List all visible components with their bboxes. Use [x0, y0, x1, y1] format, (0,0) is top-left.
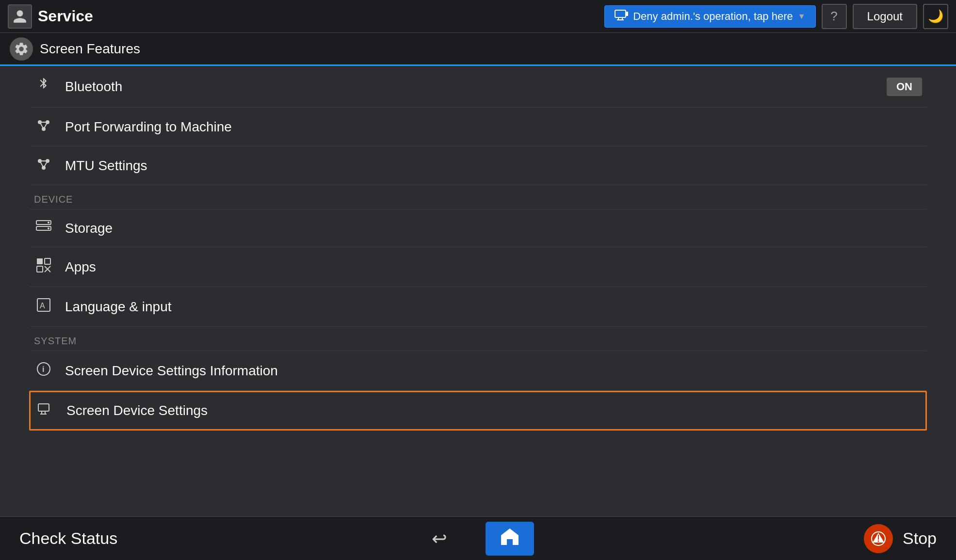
user-icon: [8, 4, 32, 29]
help-button[interactable]: ?: [822, 4, 847, 29]
home-button[interactable]: [486, 522, 534, 556]
screen-device-info-item[interactable]: i Screen Device Settings Information: [29, 351, 927, 391]
check-status-button[interactable]: Check Status: [0, 529, 165, 548]
language-icon: A: [34, 298, 53, 316]
info-circle-icon: i: [34, 362, 53, 380]
mtu-icon: [34, 157, 53, 174]
section-title: Screen Features: [40, 41, 140, 57]
page-title: Service: [38, 7, 93, 25]
svg-line-15: [44, 161, 48, 168]
svg-rect-28: [38, 404, 49, 411]
svg-rect-0: [615, 10, 626, 17]
apps-label: Apps: [65, 259, 96, 275]
main-content: Bluetooth ON Port Forwarding to Machine: [0, 66, 956, 516]
top-header: Service Deny admin.'s operation, tap her…: [0, 0, 956, 33]
svg-point-19: [48, 222, 49, 224]
port-forwarding-item[interactable]: Port Forwarding to Machine: [29, 108, 927, 146]
svg-point-20: [48, 227, 49, 229]
screen-device-settings-item[interactable]: Screen Device Settings: [29, 391, 927, 431]
stop-label: Stop: [903, 529, 937, 548]
bluetooth-label: Bluetooth: [65, 79, 122, 95]
bluetooth-item[interactable]: Bluetooth ON: [29, 66, 927, 108]
logout-button[interactable]: Logout: [853, 4, 917, 29]
device-section-divider: DEVICE: [29, 185, 927, 209]
svg-line-9: [44, 122, 48, 129]
bottom-bar: Check Status ↩ Stop: [0, 516, 956, 560]
stop-icon-button[interactable]: [864, 524, 893, 553]
network-icon: [34, 118, 53, 135]
bluetooth-toggle[interactable]: ON: [887, 78, 922, 96]
svg-rect-23: [37, 266, 43, 272]
svg-rect-21: [37, 258, 43, 264]
back-icon: ↩: [432, 528, 447, 549]
svg-text:i: i: [42, 365, 44, 373]
bottom-right-controls: Stop: [791, 524, 956, 553]
apps-item[interactable]: Apps: [29, 247, 927, 287]
bluetooth-icon: [34, 77, 53, 96]
home-icon: [499, 527, 520, 550]
mtu-settings-label: MTU Settings: [65, 158, 147, 174]
svg-line-8: [40, 122, 44, 129]
bottom-center-controls: ↩: [165, 522, 791, 556]
storage-item[interactable]: Storage: [29, 209, 927, 247]
gear-icon: [10, 37, 33, 61]
deny-label: Deny admin.'s operation, tap here: [633, 10, 793, 23]
svg-point-35: [878, 540, 879, 542]
storage-icon: [34, 220, 53, 236]
screen-device-settings-label: Screen Device Settings: [66, 403, 208, 418]
monitor-small-icon: [35, 403, 55, 418]
back-button[interactable]: ↩: [422, 524, 456, 553]
night-mode-button[interactable]: 🌙: [923, 4, 948, 29]
port-forwarding-label: Port Forwarding to Machine: [65, 119, 232, 135]
language-item[interactable]: A Language & input: [29, 287, 927, 327]
svg-line-14: [40, 161, 44, 168]
screen-device-info-label: Screen Device Settings Information: [65, 363, 278, 379]
deny-dropdown[interactable]: Deny admin.'s operation, tap here ▼: [604, 5, 815, 28]
svg-text:A: A: [40, 302, 45, 310]
language-label: Language & input: [65, 299, 172, 315]
moon-icon: 🌙: [928, 9, 943, 24]
apps-icon: [34, 258, 53, 276]
svg-rect-22: [45, 258, 50, 264]
svg-rect-4: [626, 12, 628, 16]
section-header: Screen Features: [0, 33, 956, 66]
chevron-down-icon: ▼: [798, 12, 806, 21]
system-section-divider: SYSTEM: [29, 327, 927, 351]
mtu-settings-item[interactable]: MTU Settings: [29, 146, 927, 185]
monitor-icon: [615, 10, 628, 23]
storage-label: Storage: [65, 221, 113, 236]
